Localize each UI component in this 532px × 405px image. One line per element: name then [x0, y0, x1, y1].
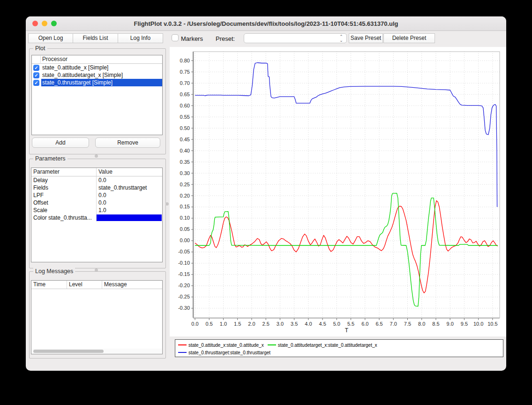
window-title: FlightPlot v.0.3.2 - /Users/oleg/Documen…: [26, 16, 506, 31]
fields-list-button[interactable]: Fields List: [73, 33, 118, 43]
y-tick-label: 0.60: [180, 103, 190, 108]
chart-panel[interactable]: -0.30-0.25-0.20-0.15-0.10-0.050.000.050.…: [170, 47, 506, 336]
plot-panel-title: Plot: [33, 45, 47, 52]
parameter-row[interactable]: Fieldsstate_0.thrusttarget: [31, 184, 162, 191]
legend-row: state_0.attitude_x:state_0.attitude_xsta…: [178, 341, 500, 349]
checkbox-checked-icon[interactable]: ✓: [33, 80, 39, 86]
plot-list-row-label: state_0.thrusttarget [Simple]: [41, 79, 162, 86]
legend-label: state_0.thrusttarget:state_0.thrusttarge…: [188, 350, 270, 355]
y-tick-label: 0.15: [180, 204, 190, 209]
x-tick-label: 2.5: [262, 321, 270, 327]
parameter-row[interactable]: Delay0.0: [31, 176, 162, 184]
log-info-button[interactable]: Log Info: [118, 33, 163, 43]
x-tick-label: 10.5: [487, 321, 497, 327]
y-tick-label: -0.20: [178, 283, 190, 288]
parameter-name: Color state_0.thrustta...: [31, 214, 97, 222]
x-tick-label: 4.5: [319, 321, 326, 327]
legend-line-icon: [268, 344, 276, 345]
y-tick-label: 0.10: [180, 215, 190, 221]
legend-entry: state_0.thrusttarget:state_0.thrusttarge…: [178, 350, 270, 355]
combo-stepper-icon[interactable]: ⌃⌄: [337, 34, 345, 43]
y-tick-label: 0.55: [180, 114, 190, 120]
y-tick-label: 0.30: [180, 170, 190, 176]
x-tick-label: 7.5: [404, 321, 411, 327]
log-messages-table[interactable]: Time Level Message: [31, 280, 163, 354]
markers-checkbox[interactable]: [172, 34, 179, 41]
add-button[interactable]: Add: [32, 138, 89, 148]
checkbox-checked-icon[interactable]: ✓: [33, 65, 39, 71]
y-tick-label: 0.05: [180, 226, 190, 232]
chart-legend: state_0.attitude_x:state_0.attitude_xsta…: [175, 339, 503, 357]
plot-border: [194, 52, 500, 318]
y-tick-label: 0.35: [180, 159, 190, 165]
series-line: [195, 63, 497, 207]
open-log-button[interactable]: Open Log: [28, 33, 73, 43]
processor-column-header: Processor: [42, 55, 67, 63]
series-line: [195, 201, 498, 293]
preset-label: Preset:: [216, 35, 235, 42]
y-tick-label: 0.20: [180, 193, 190, 199]
plot-list-row-label: state_0.attitude_x [Simple]: [41, 64, 162, 71]
y-tick-label: -0.10: [178, 260, 190, 266]
y-tick-label: 0.50: [180, 125, 190, 131]
legend-line-icon: [178, 344, 187, 345]
splitter-handle[interactable]: [95, 154, 98, 158]
delete-preset-button[interactable]: Delete Preset: [383, 33, 435, 43]
parameters-table-header: Parameter Value: [31, 168, 162, 176]
x-tick-label: 6.5: [375, 321, 382, 327]
flight-data-chart[interactable]: -0.30-0.25-0.20-0.15-0.10-0.050.000.050.…: [170, 47, 506, 336]
y-tick-label: 0.45: [180, 137, 190, 142]
legend-label: state_0.attitudetarget_x:state_0.attitud…: [278, 343, 377, 348]
level-column-header: Level: [67, 281, 102, 289]
y-tick-label: 0.25: [180, 182, 190, 187]
parameter-row[interactable]: LPF0.0: [31, 191, 162, 199]
splitter-handle[interactable]: [165, 202, 169, 206]
titlebar: FlightPlot v.0.3.2 - /Users/oleg/Documen…: [26, 16, 506, 31]
x-tick-label: 4.0: [305, 321, 312, 327]
x-tick-label: 8.5: [432, 321, 439, 327]
y-tick-label: -0.05: [178, 249, 190, 254]
parameter-name: Delay: [31, 176, 97, 184]
parameter-row[interactable]: Offset0.0: [31, 199, 162, 206]
scrollbar-thumb[interactable]: [33, 350, 104, 353]
x-tick-label: 6.0: [361, 321, 368, 327]
flightplot-window: FlightPlot v.0.3.2 - /Users/oleg/Documen…: [26, 16, 506, 371]
x-tick-label: 0.5: [206, 321, 213, 327]
parameter-value: 0.0: [97, 199, 162, 206]
legend-entry: state_0.attitudetarget_x:state_0.attitud…: [268, 343, 377, 348]
color-swatch[interactable]: [97, 214, 162, 221]
horizontal-scrollbar[interactable]: [32, 349, 162, 353]
x-tick-label: 5.5: [347, 321, 354, 327]
save-preset-button[interactable]: Save Preset: [349, 33, 383, 43]
plot-list-row[interactable]: ✓state_0.thrusttarget [Simple]: [32, 79, 162, 86]
color-parameter-row[interactable]: Color state_0.thrustta...: [31, 214, 162, 222]
y-tick-label: -0.15: [178, 271, 190, 277]
parameter-row[interactable]: Scale1.0: [31, 206, 162, 214]
y-tick-label: 0.70: [180, 80, 190, 86]
time-column-header: Time: [31, 281, 67, 289]
legend-line-icon: [178, 352, 187, 353]
parameters-panel-title: Parameters: [33, 155, 67, 162]
x-tick-label: 8.0: [418, 321, 425, 327]
x-tick-label: 5.0: [333, 321, 340, 327]
x-tick-label: 9.0: [447, 321, 454, 327]
parameters-table[interactable]: Parameter Value Delay0.0Fieldsstate_0.th…: [31, 168, 163, 262]
value-column-header: Value: [97, 168, 162, 176]
plot-list-row[interactable]: ✓state_0.attitude_x [Simple]: [32, 64, 162, 71]
x-tick-label: 1.0: [220, 321, 227, 327]
y-tick-label: 0.40: [180, 148, 190, 153]
parameter-name: Fields: [31, 184, 97, 191]
plot-list-row-label: state_0.attitudetarget_x [Simple]: [41, 71, 162, 79]
remove-button[interactable]: Remove: [95, 138, 160, 148]
x-tick-label: 3.0: [277, 321, 284, 327]
preset-combobox[interactable]: ⌃⌄: [244, 33, 347, 43]
column-divider: [40, 56, 41, 63]
x-tick-label: 2.0: [248, 321, 255, 327]
plot-list-row[interactable]: ✓state_0.attitudetarget_x [Simple]: [32, 71, 162, 79]
parameter-name: Offset: [31, 199, 97, 206]
checkbox-checked-icon[interactable]: ✓: [33, 72, 39, 78]
parameter-value: 0.0: [97, 176, 162, 184]
markers-label: Markers: [181, 35, 203, 42]
processor-list[interactable]: Processor ✓state_0.attitude_x [Simple]✓s…: [31, 55, 163, 135]
y-tick-label: 0.75: [180, 69, 190, 75]
